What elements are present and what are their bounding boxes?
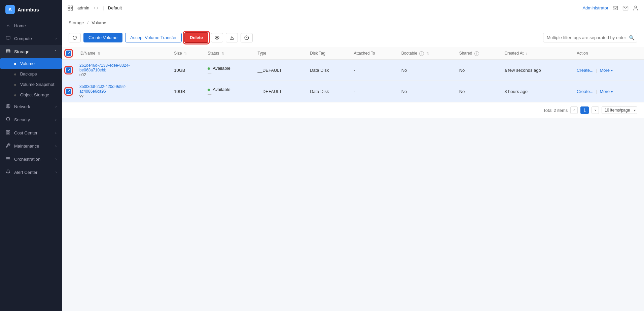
sidebar-item-compute[interactable]: Compute › — [0, 32, 62, 45]
bootable-sort-icon[interactable]: ⇅ — [426, 52, 429, 55]
per-page-select[interactable]: 10 items/page 20 items/page 50 items/pag… — [602, 106, 637, 114]
header-row: ID/Name ⇅ Size ⇅ Status ⇅ Type — [62, 47, 644, 60]
row1-action-divider: | — [596, 68, 597, 73]
row2-checkbox[interactable] — [66, 89, 71, 94]
row1-size: 10GB — [170, 60, 204, 81]
table-row: 350f3ddf-2cf2-420d-9d92- ac4086e6ca96 vv… — [62, 81, 644, 102]
eye-button[interactable] — [211, 33, 223, 42]
delete-button[interactable]: Delete — [184, 32, 208, 43]
sidebar-item-storage[interactable]: Storage ˅ — [0, 45, 62, 58]
alert-center-chevron-icon: › — [56, 170, 57, 174]
row2-create-link[interactable]: Create... — [577, 89, 594, 94]
pagination-prev-button[interactable]: ‹ — [570, 106, 578, 114]
accept-transfer-button[interactable]: Accept Volume Transfer — [125, 33, 182, 42]
sidebar-item-home[interactable]: ⌂ Home — [0, 19, 62, 32]
status-sort-icon[interactable]: ⇅ — [221, 52, 224, 55]
row2-status: Available — — [204, 81, 253, 102]
create-volume-button[interactable]: Create Volume — [83, 33, 122, 42]
created-at-sort-icon[interactable]: ↓ — [526, 52, 527, 55]
notifications-icon[interactable] — [612, 5, 618, 11]
refresh-button[interactable] — [69, 33, 81, 42]
sidebar-sub-item-volume[interactable]: Volume — [0, 58, 62, 69]
id-name-sort-icon[interactable]: ⇅ — [98, 52, 100, 55]
row1-id-link[interactable]: 261de46d-7133-4dee-8324- be068a710ebb — [79, 63, 166, 72]
topbar-admin: admin — [77, 5, 89, 10]
user-icon[interactable] — [633, 5, 639, 11]
svg-rect-5 — [6, 133, 8, 134]
row1-create-link[interactable]: Create... — [577, 68, 594, 73]
sidebar-item-network[interactable]: Network › — [0, 100, 62, 113]
row2-id-link[interactable]: 350f3ddf-2cf2-420d-9d92- ac4086e6ca96 — [79, 84, 166, 94]
switch-icon[interactable] — [93, 5, 99, 11]
sidebar-sub-item-backups[interactable]: Backups — [0, 69, 62, 79]
select-all-checkbox[interactable] — [66, 51, 71, 56]
header-bootable: Bootable i ⇅ — [397, 47, 455, 60]
sidebar-sub-label-backups: Backups — [20, 71, 37, 76]
sidebar-label-maintenance: Maintenance — [14, 144, 52, 149]
row2-more-link[interactable]: More ▾ — [600, 89, 612, 94]
create-volume-label: Create Volume — [88, 35, 117, 40]
row1-disk-tag: Data Disk — [306, 60, 350, 81]
table-footer: Total 2 items ‹ 1 › 10 items/page 20 ite… — [62, 102, 644, 118]
size-sort-icon[interactable]: ⇅ — [184, 52, 187, 55]
sidebar-sub-item-volume-snapshot[interactable]: Volume Snapshot — [0, 79, 62, 90]
accept-transfer-label: Accept Volume Transfer — [130, 35, 177, 40]
total-items-label: Total 2 items — [543, 108, 568, 113]
row1-created-at: a few seconds ago — [500, 60, 573, 81]
mail-icon[interactable] — [622, 5, 629, 11]
svg-rect-7 — [6, 157, 7, 158]
row1-status: Available — — [204, 60, 253, 81]
security-chevron-icon: › — [56, 118, 57, 122]
row1-shared: No — [455, 60, 501, 81]
row1-more-link[interactable]: More ▾ — [600, 68, 612, 73]
sidebar-label-security: Security — [14, 117, 52, 122]
sidebar-item-maintenance[interactable]: Maintenance › — [0, 139, 62, 153]
cost-center-icon — [5, 130, 11, 136]
home-icon: ⌂ — [5, 23, 11, 28]
filter-input[interactable] — [543, 33, 637, 42]
row1-status-sub: — — [208, 71, 249, 75]
pagination-next-button[interactable]: › — [592, 106, 599, 114]
svg-rect-17 — [613, 6, 618, 10]
breadcrumb-current: Volume — [92, 20, 106, 25]
sidebar-sub-item-object-storage[interactable]: Object Storage — [0, 90, 62, 100]
topbar-default: Default — [108, 5, 122, 10]
header-disk-tag: Disk Tag — [306, 47, 350, 60]
header-size: Size ⇅ — [170, 47, 204, 60]
compute-icon — [5, 36, 11, 41]
pagination-page-1-button[interactable]: 1 — [580, 106, 589, 114]
shared-info-icon[interactable]: i — [474, 51, 479, 56]
bootable-info-icon[interactable]: i — [419, 51, 424, 56]
download-icon — [229, 35, 234, 40]
row1-id-name: 261de46d-7133-4dee-8324- be068a710ebb s0… — [75, 60, 170, 81]
svg-rect-14 — [71, 6, 73, 7]
svg-rect-4 — [8, 131, 10, 132]
sidebar-item-security[interactable]: Security › — [0, 113, 62, 126]
svg-rect-15 — [68, 8, 70, 10]
search-icon: 🔍 — [629, 35, 635, 40]
volume-table: ID/Name ⇅ Size ⇅ Status ⇅ Type — [62, 47, 644, 102]
breadcrumb-parent[interactable]: Storage — [69, 20, 84, 25]
info-button[interactable] — [241, 33, 253, 42]
sidebar-item-orchestration[interactable]: Orchestration › — [0, 153, 62, 166]
maintenance-chevron-icon: › — [56, 144, 57, 148]
sidebar-label-alert-center: Alert Center — [14, 170, 52, 175]
breadcrumb: Storage / Volume — [62, 16, 644, 28]
sidebar-item-cost-center[interactable]: Cost Center › — [0, 126, 62, 139]
topbar-administrator-link[interactable]: Administrator — [582, 5, 608, 10]
alert-center-icon — [5, 169, 11, 175]
row2-action: Create... | More ▾ — [573, 81, 644, 102]
row1-bootable: No — [397, 60, 455, 81]
download-button[interactable] — [226, 33, 238, 42]
svg-rect-12 — [9, 158, 10, 159]
maintenance-icon — [5, 143, 11, 149]
row1-type: __DEFAULT — [253, 60, 306, 81]
volume-snapshot-dot — [14, 84, 16, 86]
row1-action: Create... | More ▾ — [573, 60, 644, 81]
svg-rect-11 — [8, 158, 8, 159]
sidebar-item-alert-center[interactable]: Alert Center › — [0, 166, 62, 179]
row2-checkbox-cell — [62, 81, 75, 102]
volume-active-dot — [14, 63, 16, 65]
row1-checkbox[interactable] — [66, 67, 71, 73]
sidebar-logo: A Animbus — [0, 0, 62, 19]
